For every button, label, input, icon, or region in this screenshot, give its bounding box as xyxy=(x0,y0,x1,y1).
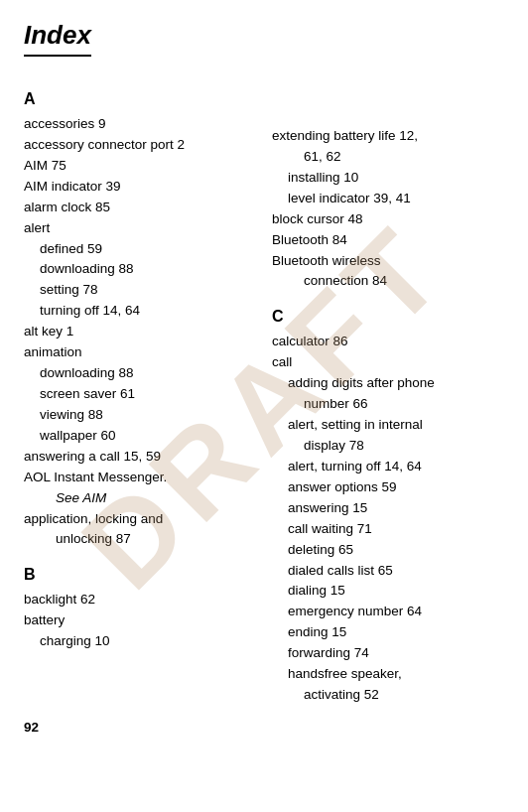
list-item: emergency number 64 xyxy=(272,602,504,622)
list-item: setting 78 xyxy=(24,280,256,301)
list-item: See AIM xyxy=(24,488,256,509)
list-item: turning off 14, 64 xyxy=(24,301,256,322)
section-letter-c: C xyxy=(272,308,504,326)
list-item: viewing 88 xyxy=(24,405,256,426)
list-item: activating 52 xyxy=(272,685,504,706)
list-item: connection 84 xyxy=(272,271,504,292)
list-item: call waiting 71 xyxy=(272,519,504,540)
list-item: block cursor 48 xyxy=(272,209,504,230)
list-item: unlocking 87 xyxy=(24,529,256,550)
list-item: answering a call 15, 59 xyxy=(24,447,256,468)
page-number: 92 xyxy=(24,720,504,735)
list-item: wallpaper 60 xyxy=(24,426,256,447)
page-container: Index A accessories 9 accessory connecto… xyxy=(0,0,528,754)
list-item: 61, 62 xyxy=(272,147,504,168)
list-item: Bluetooth 84 xyxy=(272,230,504,251)
list-item: screen saver 61 xyxy=(24,384,256,405)
right-entries-c: calculator 86 call adding digits after p… xyxy=(272,332,504,706)
section-letter-a: A xyxy=(24,90,256,108)
list-item: installing 10 xyxy=(272,168,504,189)
list-item: downloading 88 xyxy=(24,259,256,280)
list-item: adding digits after phone xyxy=(272,373,504,394)
list-item: AIM 75 xyxy=(24,156,256,177)
list-item: backlight 62 xyxy=(24,590,256,610)
right-battery-entries: extending battery life 12, 61, 62 instal… xyxy=(272,126,504,292)
right-column: extending battery life 12, 61, 62 instal… xyxy=(272,74,504,706)
left-entries-b: backlight 62 battery charging 10 xyxy=(24,590,256,652)
left-column: A accessories 9 accessory connector port… xyxy=(24,74,256,706)
list-item: Bluetooth wireless xyxy=(272,251,504,272)
list-item: AIM indicator 39 xyxy=(24,177,256,198)
list-item: alert xyxy=(24,218,256,239)
list-item: AOL Instant Messenger. xyxy=(24,468,256,488)
list-item: accessories 9 xyxy=(24,114,256,135)
list-item: alert, setting in internal xyxy=(272,415,504,436)
list-item: deleting 65 xyxy=(272,540,504,561)
list-item: call xyxy=(272,352,504,373)
list-item: alt key 1 xyxy=(24,322,256,342)
list-item: calculator 86 xyxy=(272,332,504,352)
list-item: display 78 xyxy=(272,436,504,457)
list-item: alarm clock 85 xyxy=(24,198,256,218)
section-letter-b: B xyxy=(24,566,256,584)
list-item: number 66 xyxy=(272,394,504,415)
list-item: defined 59 xyxy=(24,239,256,260)
list-item: answering 15 xyxy=(272,498,504,519)
left-entries-a: accessories 9 accessory connector port 2… xyxy=(24,114,256,550)
list-item: animation xyxy=(24,342,256,363)
list-item: application, locking and xyxy=(24,509,256,530)
list-item: level indicator 39, 41 xyxy=(272,189,504,209)
content-wrapper: A accessories 9 accessory connector port… xyxy=(24,74,504,706)
list-item: downloading 88 xyxy=(24,363,256,384)
list-item: handsfree speaker, xyxy=(272,664,504,685)
list-item: dialing 15 xyxy=(272,581,504,602)
list-item: battery xyxy=(24,610,256,631)
list-item: charging 10 xyxy=(24,631,256,652)
list-item: extending battery life 12, xyxy=(272,126,504,147)
list-item: forwarding 74 xyxy=(272,643,504,664)
list-item: alert, turning off 14, 64 xyxy=(272,457,504,477)
list-item: dialed calls list 65 xyxy=(272,561,504,582)
list-item: ending 15 xyxy=(272,622,504,643)
list-item: answer options 59 xyxy=(272,477,504,498)
list-item: accessory connector port 2 xyxy=(24,135,256,156)
page-title: Index xyxy=(24,20,91,57)
